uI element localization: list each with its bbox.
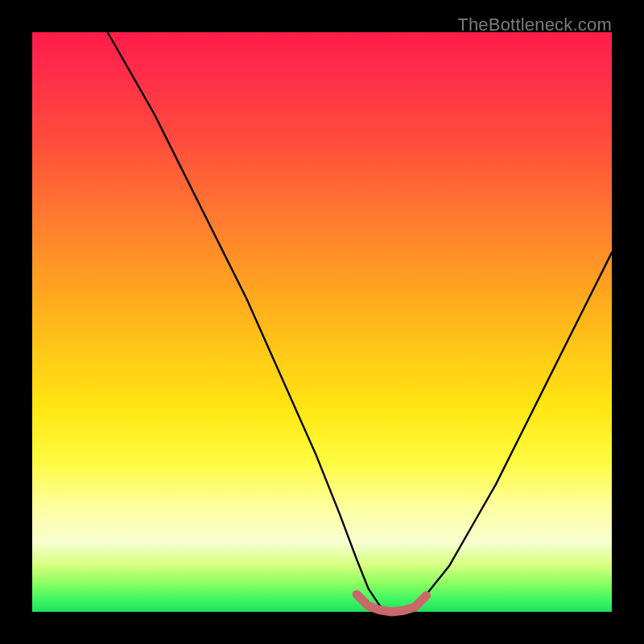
optimal-band-path [357,594,426,612]
curve-svg [32,32,612,612]
chart-frame: TheBottleneck.com [0,0,644,644]
plot-area [32,32,612,612]
bottleneck-curve-path [108,32,612,612]
